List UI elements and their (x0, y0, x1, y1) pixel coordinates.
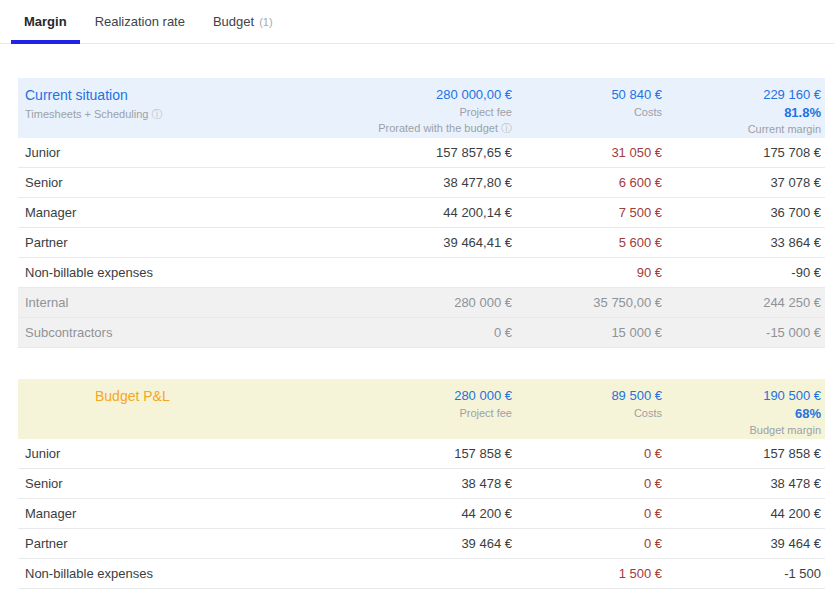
current-situation-header: Current situation Timesheets + Schedulin… (18, 78, 825, 138)
row-fee: 39 464 € (355, 536, 515, 551)
row-margin: -90 € (665, 265, 825, 280)
tab-realization-rate-label: Realization rate (95, 14, 185, 29)
budget-costs-label: Costs (515, 407, 662, 419)
row-label: Senior (18, 476, 355, 491)
budget-margin-percent: 68% (665, 406, 821, 421)
row-costs: 6 600 € (515, 175, 665, 190)
prorated-note: Prorated with the budgetⓘ (355, 121, 512, 136)
row-fee: 157 857,65 € (355, 145, 515, 160)
row-label: Subcontractors (18, 325, 355, 340)
row-fee: 280 000 € (355, 295, 515, 310)
row-fee: 0 € (355, 325, 515, 340)
row-fee: 44 200 € (355, 506, 515, 521)
budget-project-fee-label: Project fee (355, 407, 512, 419)
tab-budget-label: Budget (213, 14, 254, 29)
row-label: Internal (18, 295, 355, 310)
current-situation-subtitle: Timesheets + Schedulingⓘ (25, 107, 355, 122)
current-situation-title: Current situation (25, 87, 355, 103)
table-row: Non-billable expenses 1 500 € -1 500 (18, 559, 825, 589)
row-costs: 5 600 € (515, 235, 665, 250)
tab-budget[interactable]: Budget (1) (199, 0, 287, 43)
costs-value: 50 840 € (515, 87, 662, 103)
budget-margin-label: Budget margin (665, 424, 821, 436)
budget-margin-value: 190 500 € (665, 388, 821, 404)
table-row: Non-billable expenses 90 € -90 € (18, 258, 825, 288)
row-label: Partner (18, 536, 355, 551)
row-costs: 1 500 € (515, 566, 665, 581)
row-costs: 0 € (515, 506, 665, 521)
tab-realization-rate[interactable]: Realization rate (81, 0, 199, 43)
budget-pnl-title: Budget P&L (95, 388, 355, 404)
table-row: Partner 39 464,41 € 5 600 € 33 864 € (18, 228, 825, 258)
row-margin: -15 000 € (665, 325, 825, 340)
costs-label: Costs (515, 106, 662, 118)
row-margin: 244 250 € (665, 295, 825, 310)
budget-margin-header-cell: 190 500 € 68% Budget margin (665, 388, 825, 439)
table-row: Manager 44 200 € 0 € 44 200 € (18, 499, 825, 529)
row-margin: 37 078 € (665, 175, 825, 190)
current-margin-label: Current margin (665, 123, 821, 135)
current-situation-table: Current situation Timesheets + Schedulin… (18, 78, 825, 348)
budget-costs-header-cell: 89 500 € Costs (515, 388, 665, 439)
table-row-subcontractors: Subcontractors 0 € 15 000 € -15 000 € (18, 318, 825, 348)
table-row: Junior 157 858 € 0 € 157 858 € (18, 439, 825, 469)
tab-budget-count-badge: (1) (259, 16, 272, 28)
row-label: Junior (18, 446, 355, 461)
row-fee: 38 477,80 € (355, 175, 515, 190)
budget-pnl-header: Budget P&L 280 000 € Project fee 89 500 … (18, 379, 825, 439)
row-costs: 15 000 € (515, 325, 665, 340)
row-margin: 44 200 € (665, 506, 825, 521)
row-label: Non-billable expenses (18, 265, 355, 280)
row-costs: 0 € (515, 476, 665, 491)
budget-pnl-table: Budget P&L 280 000 € Project fee 89 500 … (18, 379, 825, 589)
row-margin: 39 464 € (665, 536, 825, 551)
table-row: Senior 38 477,80 € 6 600 € 37 078 € (18, 168, 825, 198)
row-label: Non-billable expenses (18, 566, 355, 581)
row-margin: 36 700 € (665, 205, 825, 220)
row-costs: 7 500 € (515, 205, 665, 220)
row-label: Manager (18, 205, 355, 220)
row-label: Senior (18, 175, 355, 190)
table-row: Manager 44 200,14 € 7 500 € 36 700 € (18, 198, 825, 228)
table-row: Senior 38 478 € 0 € 38 478 € (18, 469, 825, 499)
row-fee: 39 464,41 € (355, 235, 515, 250)
row-margin: 157 858 € (665, 446, 825, 461)
active-tab-indicator (11, 40, 80, 44)
tab-margin[interactable]: Margin (10, 0, 81, 43)
row-margin: 33 864 € (665, 235, 825, 250)
current-situation-title-cell: Current situation Timesheets + Schedulin… (18, 87, 355, 138)
tab-bar: Margin Realization rate Budget (1) (0, 0, 834, 44)
info-icon[interactable]: ⓘ (501, 121, 512, 136)
row-margin: 38 478 € (665, 476, 825, 491)
row-costs: 35 750,00 € (515, 295, 665, 310)
row-margin: -1 500 (665, 566, 825, 581)
row-label: Junior (18, 145, 355, 160)
budget-project-fee-value: 280 000 € (355, 388, 512, 404)
tab-margin-label: Margin (24, 14, 67, 29)
row-costs: 90 € (515, 265, 665, 280)
info-icon[interactable]: ⓘ (151, 107, 162, 122)
row-fee: 157 858 € (355, 446, 515, 461)
table-row: Partner 39 464 € 0 € 39 464 € (18, 529, 825, 559)
row-margin: 175 708 € (665, 145, 825, 160)
current-margin-header-cell: 229 160 € 81.8% Current margin (665, 87, 825, 138)
budget-project-fee-header-cell: 280 000 € Project fee (355, 388, 515, 439)
row-label: Manager (18, 506, 355, 521)
row-fee: 44 200,14 € (355, 205, 515, 220)
table-row: Junior 157 857,65 € 31 050 € 175 708 € (18, 138, 825, 168)
table-row-internal: Internal 280 000 € 35 750,00 € 244 250 € (18, 288, 825, 318)
row-label: Partner (18, 235, 355, 250)
row-costs: 0 € (515, 446, 665, 461)
row-fee: 38 478 € (355, 476, 515, 491)
costs-header-cell: 50 840 € Costs (515, 87, 665, 138)
current-margin-value: 229 160 € (665, 87, 821, 103)
budget-costs-value: 89 500 € (515, 388, 662, 404)
project-fee-value: 280 000,00 € (355, 87, 512, 103)
row-costs: 31 050 € (515, 145, 665, 160)
row-costs: 0 € (515, 536, 665, 551)
project-fee-label: Project fee (355, 106, 512, 118)
budget-pnl-title-cell: Budget P&L (18, 388, 355, 439)
project-fee-header-cell: 280 000,00 € Project fee Prorated with t… (355, 87, 515, 138)
current-margin-percent: 81.8% (665, 105, 821, 120)
